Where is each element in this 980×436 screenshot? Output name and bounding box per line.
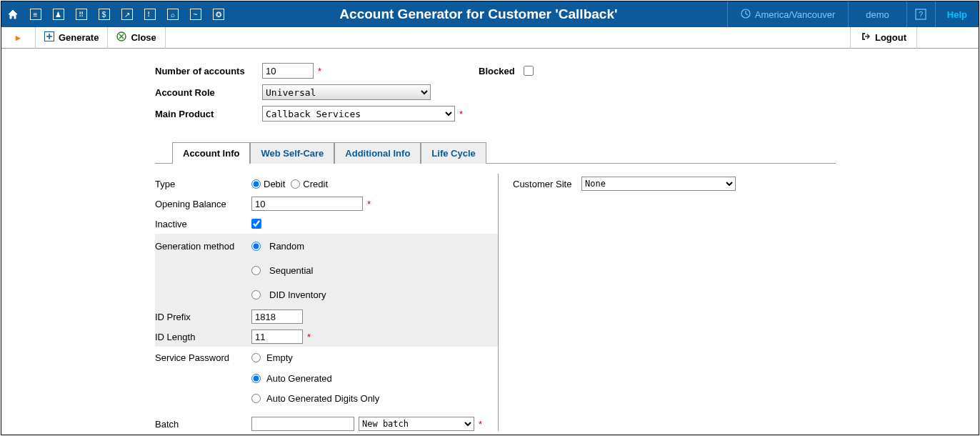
logout-label: Logout	[875, 32, 906, 43]
tabs: Account Info Web Self-Care Additional In…	[155, 142, 979, 163]
page-title: Account Generator for Customer 'Callback…	[230, 6, 727, 22]
type-credit-radio[interactable]	[291, 179, 300, 189]
gen-did-label: DID Inventory	[269, 289, 326, 300]
person-icon[interactable]: ♟	[47, 1, 70, 27]
user-link[interactable]: demo	[848, 1, 906, 27]
shield-icon[interactable]: ✪	[207, 1, 230, 27]
gen-random-label: Random	[269, 241, 304, 252]
required-marker: *	[307, 332, 311, 342]
play-icon: ▸	[16, 32, 21, 43]
logout-button[interactable]: Logout	[850, 27, 917, 49]
id-length-input[interactable]	[251, 330, 303, 344]
batch-select[interactable]: New batch	[359, 417, 474, 431]
plus-icon	[44, 31, 54, 44]
generate-label: Generate	[59, 32, 99, 43]
close-icon	[116, 31, 126, 44]
search-icon[interactable]: ⌕	[161, 1, 184, 27]
grid-icon[interactable]: ⠿	[70, 1, 93, 27]
list-icon[interactable]: ≡	[24, 1, 47, 27]
batch-label: Batch	[155, 419, 251, 430]
gen-did-radio[interactable]	[251, 290, 261, 299]
opening-balance-label: Opening Balance	[155, 199, 251, 209]
num-accounts-input[interactable]	[262, 63, 314, 79]
gen-method-label: Generation method	[155, 241, 251, 252]
home-icon[interactable]	[1, 1, 24, 27]
topbar-icons: ≡ ♟ ⠿ $ ↗ ⠇ ⌕ ~ ✪	[1, 1, 230, 27]
svg-text:?: ?	[919, 10, 923, 19]
run-button[interactable]: ▸	[1, 27, 36, 49]
content: Number of accounts * Blocked Account Rol…	[1, 49, 979, 434]
help-icon[interactable]: ?	[906, 1, 935, 27]
pw-empty-radio[interactable]	[251, 353, 261, 362]
batch-input[interactable]	[251, 417, 354, 431]
tab-web-self-care[interactable]: Web Self-Care	[250, 142, 334, 164]
pw-auto-radio[interactable]	[251, 374, 261, 383]
pw-auto-digits-radio[interactable]	[251, 394, 261, 403]
blocked-label: Blocked	[479, 66, 515, 76]
id-prefix-label: ID Prefix	[155, 312, 251, 322]
service-pw-label: Service Password	[155, 352, 251, 363]
customer-site-label: Customer Site	[513, 179, 581, 189]
chart-icon[interactable]: ~	[184, 1, 207, 27]
gen-sequential-radio[interactable]	[251, 266, 261, 275]
id-length-label: ID Length	[155, 332, 251, 342]
required-marker: *	[318, 66, 321, 76]
id-prefix-input[interactable]	[251, 309, 303, 324]
tab-life-cycle[interactable]: Life Cycle	[421, 142, 486, 164]
blocked-checkbox[interactable]	[524, 66, 534, 76]
close-button[interactable]: Close	[108, 27, 165, 49]
dialpad-icon[interactable]: ⠇	[139, 1, 161, 27]
type-credit-label: Credit	[303, 179, 328, 189]
customer-site-select[interactable]: None	[581, 177, 736, 191]
tab-additional-info[interactable]: Additional Info	[334, 142, 421, 164]
type-debit-radio[interactable]	[251, 179, 261, 189]
export-icon[interactable]: ↗	[116, 1, 139, 27]
required-marker: *	[479, 419, 482, 430]
main-product-select[interactable]: Callback Services	[262, 106, 455, 122]
dollar-icon[interactable]: $	[93, 1, 116, 27]
required-marker: *	[459, 109, 463, 119]
topbar: ≡ ♟ ⠿ $ ↗ ⠇ ⌕ ~ ✪ Account Generator for …	[1, 1, 979, 27]
timezone-label: America/Vancouver	[755, 9, 835, 20]
clock-icon	[741, 9, 751, 21]
logout-icon	[861, 31, 871, 44]
help-link[interactable]: Help	[935, 1, 979, 27]
timezone[interactable]: America/Vancouver	[727, 1, 848, 27]
generate-button[interactable]: Generate	[36, 27, 108, 49]
tab-account-info[interactable]: Account Info	[172, 142, 250, 164]
gen-sequential-label: Sequential	[269, 265, 313, 276]
type-debit-label: Debit	[264, 179, 285, 189]
num-accounts-label: Number of accounts	[155, 66, 262, 76]
inactive-label: Inactive	[155, 219, 251, 229]
required-marker: *	[367, 199, 371, 209]
pw-auto-label: Auto Generated	[266, 373, 332, 384]
main-product-label: Main Product	[155, 109, 262, 119]
account-role-select[interactable]: Universal	[262, 84, 431, 100]
opening-balance-input[interactable]	[251, 197, 363, 211]
pw-empty-label: Empty	[266, 352, 293, 363]
inactive-checkbox[interactable]	[251, 219, 261, 229]
toolbar: ▸ Generate Close Logout	[1, 27, 979, 49]
gen-random-radio[interactable]	[251, 242, 261, 251]
pw-auto-digits-label: Auto Generated Digits Only	[266, 393, 379, 404]
type-label: Type	[155, 179, 251, 189]
close-label: Close	[131, 32, 156, 43]
account-role-label: Account Role	[155, 87, 262, 98]
